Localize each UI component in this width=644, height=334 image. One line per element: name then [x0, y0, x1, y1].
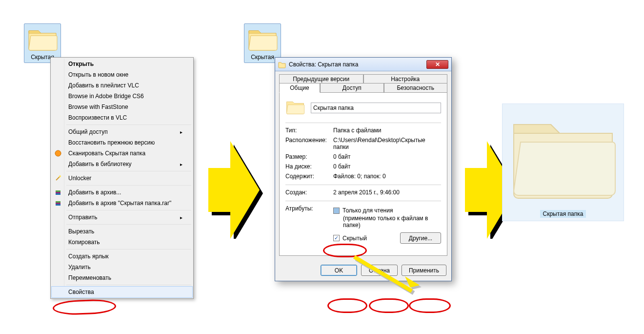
ctx-separator [66, 125, 191, 125]
divider [285, 185, 441, 185]
ctx-share[interactable]: Общий доступ▸ [52, 126, 192, 137]
tab-general[interactable]: Общие [279, 83, 320, 93]
ctx-separator [66, 185, 191, 186]
tab-previous-versions[interactable]: Предыдущие версии [279, 74, 363, 84]
chevron-right-icon: ▸ [180, 129, 182, 135]
ctx-scan[interactable]: Сканировать Скрытая папка [52, 148, 192, 159]
value-created: 2 апреля 2015 г., 9:46:00 [333, 189, 441, 196]
chevron-right-icon: ▸ [180, 215, 182, 220]
canvas: Скрытая Открыть Открыть в новом окне Доб… [0, 0, 644, 334]
chevron-right-icon: ▸ [180, 162, 182, 167]
tab-customize[interactable]: Настройка [363, 74, 448, 84]
divider [285, 123, 441, 123]
svg-point-2 [59, 175, 61, 177]
close-icon: ✕ [435, 61, 440, 68]
label-ondisk: На диске: [285, 163, 333, 170]
label-location: Расположение: [285, 137, 333, 150]
folder-icon [507, 199, 619, 206]
annotation-circle [409, 298, 451, 313]
close-button[interactable]: ✕ [426, 60, 448, 69]
ctx-rename[interactable]: Переименовать [52, 272, 192, 283]
ctx-separator [66, 249, 191, 250]
value-location: C:\Users\Rendal\Desktop\Скрытые папки [333, 137, 441, 150]
ctx-properties[interactable]: Свойства [52, 287, 192, 297]
svg-rect-5 [56, 193, 60, 195]
ctx-separator [66, 210, 191, 210]
folder-name-input[interactable] [311, 103, 441, 113]
ok-button[interactable]: OK [321, 265, 357, 276]
step-arrow-icon [208, 141, 267, 239]
winrar-icon [54, 188, 62, 196]
wand-icon [54, 174, 62, 182]
value-type: Папка с файлами [333, 127, 441, 134]
other-attributes-button[interactable]: Другие... [400, 232, 441, 244]
ctx-separator [66, 285, 191, 285]
ctx-add-library[interactable]: Добавить в библиотеку▸ [52, 159, 192, 169]
dialog-title: Свойства: Скрытая папка [289, 61, 423, 68]
divider [285, 201, 441, 201]
hidden-folder-preview: Скрытая папка [502, 104, 624, 221]
ctx-separator [66, 171, 191, 171]
tab-access[interactable]: Доступ [320, 83, 384, 92]
ctx-delete[interactable]: Удалить [52, 262, 192, 272]
properties-dialog: Свойства: Скрытая папка ✕ Предыдущие вер… [275, 57, 452, 281]
ctx-send-to[interactable]: Отправить▸ [52, 212, 192, 223]
tab-panel-general: Тип:Папка с файлами Расположение:C:\User… [279, 92, 447, 256]
ctx-restore-version[interactable]: Восстановить прежнюю версию [52, 137, 192, 148]
svg-rect-8 [56, 204, 60, 206]
tab-security[interactable]: Безопасность [384, 83, 448, 92]
folder-icon [285, 99, 305, 117]
hidden-label: Скрытый [342, 235, 367, 242]
svg-rect-4 [56, 190, 60, 192]
folder-icon [27, 26, 58, 54]
folder-icon [278, 61, 286, 68]
context-menu: Открыть Открыть в новом окне Добавить в … [50, 57, 194, 299]
value-ondisk: 0 байт [333, 163, 441, 170]
ctx-create-shortcut[interactable]: Создать ярлык [52, 251, 192, 262]
hidden-folder-label: Скрытая папка [540, 210, 586, 218]
label-attributes: Атрибуты: [285, 205, 333, 212]
ctx-rar-add-named[interactable]: Добавить в архив "Скрытая папка.rar" [52, 198, 192, 209]
ctx-copy[interactable]: Копировать [52, 237, 192, 248]
value-contains: Файлов: 0; папок: 0 [333, 173, 441, 180]
label-size: Размер: [285, 153, 333, 160]
ctx-vlc-playlist[interactable]: Добавить в плейлист VLC [52, 80, 192, 91]
winrar-icon [54, 199, 62, 207]
annotation-circle [53, 299, 117, 316]
annotation-circle [369, 298, 409, 313]
svg-rect-7 [56, 201, 60, 203]
ctx-adobe-bridge[interactable]: Browse in Adobe Bridge CS6 [52, 91, 192, 102]
checkbox-readonly[interactable] [333, 208, 340, 214]
readonly-label: Только для чтения [342, 207, 393, 214]
cancel-button[interactable]: Отмена [361, 265, 398, 276]
ctx-unlocker[interactable]: Unlocker [52, 173, 192, 184]
annotation-circle [327, 298, 367, 313]
label-type: Тип: [285, 127, 333, 134]
folder-icon [247, 26, 278, 54]
ctx-open-new-window[interactable]: Открыть в новом окне [52, 69, 192, 80]
ctx-faststone[interactable]: Browse with FastStone [52, 102, 192, 112]
label-created: Создан: [285, 189, 333, 196]
label-contains: Содержит: [285, 173, 333, 180]
svg-point-0 [55, 150, 61, 156]
ctx-vlc-play[interactable]: Воспроизвести в VLC [52, 112, 192, 123]
ctx-rar-add[interactable]: Добавить в архив... [52, 187, 192, 198]
scan-icon [54, 149, 62, 157]
ctx-open[interactable]: Открыть [52, 59, 192, 69]
checkbox-hidden[interactable] [333, 235, 340, 241]
value-size: 0 байт [333, 153, 441, 160]
ctx-cut[interactable]: Вырезать [52, 226, 192, 237]
apply-button[interactable]: Применить [402, 265, 446, 276]
dialog-titlebar[interactable]: Свойства: Скрытая папка ✕ [275, 58, 451, 71]
ctx-separator [66, 224, 191, 225]
readonly-sublabel: (применимо только к файлам в папке) [343, 215, 441, 229]
